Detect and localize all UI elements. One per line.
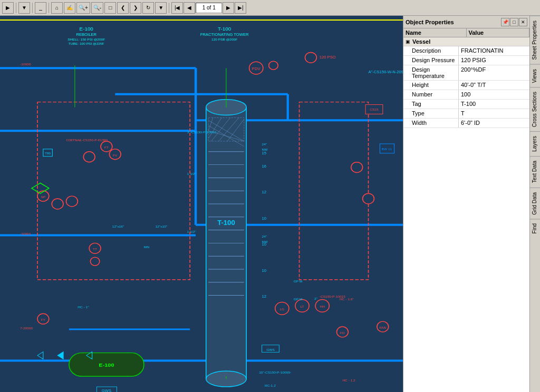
svg-text:-CS150-P-10015: -CS150-P-10015	[320, 295, 346, 299]
svg-text:T-100: T-100	[217, 219, 235, 226]
nav-prev-btn[interactable]: ◀	[184, 2, 195, 14]
svg-text:15: 15	[262, 151, 266, 155]
app-container: ▶ ▼ ⎯ ⌂ ✍ 🔍+ 🔍- □ ❮ ❯ ↻ ▼ |◀ ◀ ▶ ▶|	[0, 0, 540, 392]
tab-sheet-properties[interactable]: Sheet Properties	[530, 16, 540, 64]
svg-text:C09TNAE-CS150-P-81390: C09TNAE-CS150-P-81390	[66, 138, 108, 142]
svg-text:CS15: CS15	[370, 108, 379, 112]
select-tool-btn[interactable]: ▶	[2, 2, 14, 14]
tab-grid-data[interactable]: Grid Data	[530, 188, 540, 219]
prop-name-design-pressure: Design Pressure	[403, 56, 459, 65]
obj-props-controls: 📌 □ ✕	[501, 18, 527, 26]
obj-props-pin-btn[interactable]: 📌	[501, 18, 509, 26]
tab-text-data[interactable]: Text Data	[530, 156, 540, 187]
properties-column-header: Name Value	[403, 28, 529, 37]
prop-value-tag: T-100	[459, 100, 529, 109]
svg-text:MN: MN	[144, 246, 149, 249]
svg-text:GWS: GWS	[266, 348, 275, 351]
nav-last-btn[interactable]: ▶|	[235, 2, 246, 14]
svg-point-74	[351, 162, 363, 173]
obj-props-restore-btn[interactable]: □	[510, 18, 518, 26]
zoom-prev-btn[interactable]: ❮	[117, 2, 129, 14]
svg-point-60	[305, 52, 316, 63]
right-panel: Object Properties 📌 □ ✕ Name Value ▣ Ves…	[403, 16, 529, 392]
svg-text:GP M: GP M	[294, 279, 303, 283]
svg-text:10: 10	[262, 216, 266, 221]
svg-text:120 PSB @200F: 120 PSB @200F	[211, 37, 237, 41]
prop-row-design-pressure[interactable]: Design Pressure 120 PSIG	[403, 56, 529, 65]
svg-text:12"x10": 12"x10"	[156, 224, 167, 228]
svg-text:PDV: PDV	[252, 66, 261, 71]
zoom-window-btn[interactable]: □	[104, 2, 116, 14]
svg-text:24": 24"	[262, 235, 267, 239]
object-properties-title: Object Properties	[406, 19, 454, 25]
nav-toggle-btn[interactable]: ▼	[155, 2, 167, 14]
svg-text:E-100: E-100	[99, 362, 114, 368]
svg-point-61	[269, 61, 278, 70]
realtime-btn[interactable]: ↻	[142, 2, 154, 14]
nav-first-btn[interactable]: |◀	[171, 2, 183, 14]
prop-name-description: Description	[403, 46, 459, 55]
svg-text:FT: FT	[104, 145, 109, 149]
svg-text:LT: LT	[300, 305, 304, 309]
pan-btn[interactable]: ✍	[64, 2, 75, 14]
nav-next-page-btn[interactable]: ▶	[223, 2, 234, 14]
prop-name-design-temperature: Design Temperature	[403, 65, 459, 80]
prop-row-width[interactable]: Width 6'-0" ID	[403, 119, 529, 128]
prop-row-tag[interactable]: Tag T-100	[403, 100, 529, 109]
svg-text:LG: LG	[279, 308, 284, 311]
svg-text:E-100: E-100	[80, 26, 93, 32]
prop-name-number: Number	[403, 90, 459, 99]
prop-value-type: T	[459, 109, 529, 118]
drawing-svg: E-100 REBOILER SHELL: 150 PSI @200F TUBE…	[0, 16, 403, 392]
zoom-next-btn[interactable]: ❯	[130, 2, 141, 14]
svg-point-75	[363, 193, 374, 204]
prop-name-height: Height	[403, 81, 459, 90]
tab-cross-sections[interactable]: Cross Sections	[530, 87, 540, 131]
tab-views[interactable]: Views	[530, 64, 540, 87]
svg-text:HC - 1": HC - 1"	[78, 306, 89, 309]
svg-text:FAN: FAN	[379, 326, 386, 329]
separator-2	[32, 3, 33, 13]
prop-row-type[interactable]: Type T	[403, 109, 529, 119]
prop-row-description[interactable]: Description FRACTIONATIN	[403, 46, 529, 56]
svg-point-64	[83, 152, 95, 162]
svg-text:12: 12	[262, 295, 266, 299]
zoom-out-btn[interactable]: 🔍-	[91, 2, 103, 14]
dropdown-btn[interactable]: ▼	[18, 2, 30, 14]
svg-text:FRACTIONATING TOWER: FRACTIONATING TOWER	[200, 32, 249, 37]
svg-text:BW 11: BW 11	[382, 147, 392, 151]
line-tool-btn[interactable]: ⎯	[35, 2, 46, 14]
svg-text:FY: FY	[41, 318, 46, 321]
page-input[interactable]	[196, 3, 222, 13]
tab-layers[interactable]: Layers	[530, 131, 540, 156]
prop-name-tag: Tag	[403, 100, 459, 109]
svg-text:3"-CS130-P-10002-: 3"-CS130-P-10002-	[187, 130, 217, 134]
drawing-area[interactable]: E-100 REBOILER SHELL: 150 PSI @200F TUBE…	[0, 16, 403, 392]
svg-text:A"-CS150-W-N-20909: A"-CS150-W-N-20909	[369, 70, 403, 74]
prop-value-design-temperature: 200°%DF	[459, 65, 529, 80]
svg-text:TUBE: 100 PSI @225F: TUBE: 100 PSI @225F	[69, 42, 104, 45]
svg-text:10: 10	[262, 268, 266, 273]
svg-text:2": 2"	[314, 297, 317, 301]
svg-text:HH: HH	[320, 305, 324, 309]
svg-text:GWS: GWS	[102, 388, 111, 392]
vessel-section-header[interactable]: ▣ Vessel	[403, 37, 529, 46]
svg-text:GP M: GP M	[294, 298, 303, 301]
home-btn[interactable]: ⌂	[51, 2, 63, 14]
tab-find[interactable]: Find	[530, 219, 540, 238]
prop-row-height[interactable]: Height 40'-0" T/T	[403, 81, 529, 90]
obj-props-close-btn[interactable]: ✕	[519, 18, 527, 26]
toolbar: ▶ ▼ ⎯ ⌂ ✍ 🔍+ 🔍- □ ❮ ❯ ↻ ▼ |◀ ◀ ▶ ▶|	[0, 0, 540, 16]
value-column-header: Value	[467, 28, 530, 37]
svg-text:SP: SP	[41, 195, 45, 199]
separator-3	[49, 3, 49, 13]
svg-text:NW: NW	[262, 148, 268, 151]
zoom-in-btn[interactable]: 🔍+	[76, 2, 90, 14]
svg-point-69	[52, 199, 63, 209]
prop-row-design-temperature[interactable]: Design Temperature 200°%DF	[403, 65, 529, 81]
svg-text:NW: NW	[262, 240, 268, 244]
svg-text:RC-1.2: RC-1.2	[265, 384, 276, 387]
prop-value-width: 6'-0" ID	[459, 119, 529, 128]
prop-row-number[interactable]: Number 100	[403, 90, 529, 100]
name-column-header: Name	[403, 28, 467, 37]
